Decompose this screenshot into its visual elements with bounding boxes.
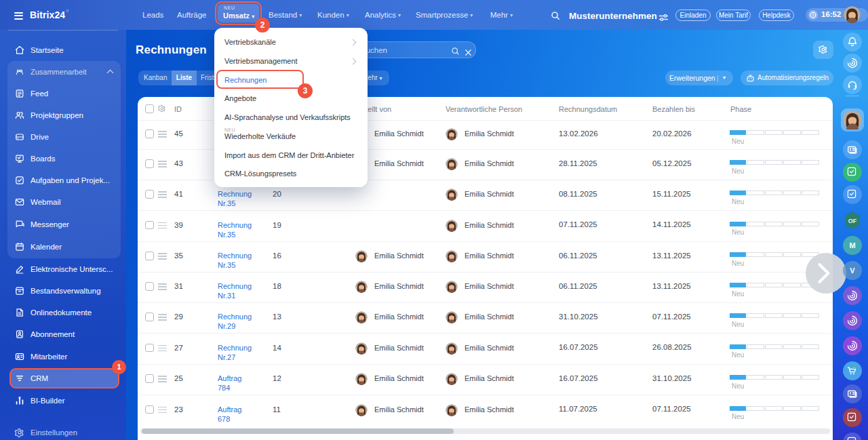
svg-text:OF: OF [848, 218, 857, 224]
